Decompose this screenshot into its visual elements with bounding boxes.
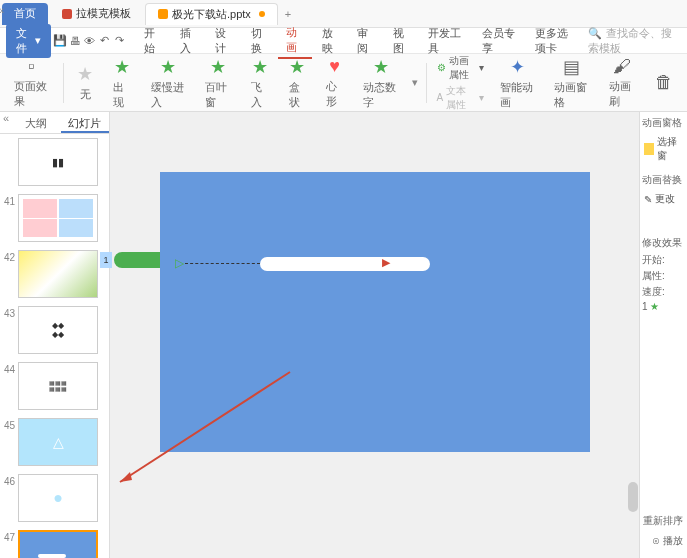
ribbon-label: 无: [80, 87, 91, 102]
panel-tabs: « 大纲 幻灯片: [0, 112, 109, 134]
ribbon-label: 文本属性: [446, 84, 476, 112]
change-button[interactable]: ✎ 更改: [642, 190, 685, 208]
thumb-42[interactable]: 42: [0, 250, 109, 298]
thumb-number: 43: [4, 306, 18, 319]
select-pane-button[interactable]: 选择窗: [642, 133, 685, 165]
vertical-scrollbar[interactable]: [627, 112, 639, 558]
thumb-47[interactable]: 47 ▶ +: [0, 530, 109, 558]
separator: [63, 63, 64, 103]
speed-field[interactable]: 速度:: [642, 285, 685, 299]
anim-heart[interactable]: ♥ 心形: [316, 54, 353, 111]
collapse-ribbon-icon[interactable]: «: [0, 4, 8, 14]
select-icon: [644, 143, 654, 155]
play-button[interactable]: ⊙ 播放: [652, 534, 683, 548]
scroll-thumb[interactable]: [628, 482, 638, 512]
anim-appear[interactable]: ★ 出现: [103, 54, 140, 112]
animation-brush-button[interactable]: 🖌 动画刷: [599, 54, 645, 111]
anim-blinds[interactable]: ★ 百叶窗: [195, 54, 241, 112]
thumbnail-list: ▮▮ 41 42 43 ◆◆◆◆ 44 ▦▦▦▦▦▦: [0, 134, 109, 558]
page-effect-button[interactable]: ▫ 页面效果: [4, 54, 59, 111]
animation-pane-button[interactable]: ▤ 动画窗格: [544, 54, 599, 112]
file-label: 文件: [16, 26, 32, 56]
text-properties-button[interactable]: A 文本属性 ▾: [437, 84, 484, 112]
modified-indicator: [259, 11, 265, 17]
play-icon: ⊙: [652, 535, 660, 546]
reorder-label: 重新排序: [643, 514, 683, 528]
slide[interactable]: ▷ ▶: [160, 172, 590, 452]
smart-animation-button[interactable]: ✦ 智能动画: [490, 54, 545, 112]
ribbon-label: 智能动画: [500, 80, 535, 110]
anim-dynamic-number[interactable]: ★ 动态数字: [353, 54, 408, 112]
button-label: 更改: [655, 192, 675, 206]
search-input[interactable]: 🔍 查找命令、搜索模板: [588, 26, 681, 56]
redo-icon[interactable]: ↷: [113, 33, 126, 49]
ribbon: « ▫ 页面效果 ★ 无 ★ 出现 ★ 缓慢进入 ★ 百叶窗 ★ 飞入 ★ 盒状…: [0, 54, 687, 112]
tab-slides[interactable]: 幻灯片: [61, 112, 110, 133]
motion-path[interactable]: [185, 263, 260, 264]
thumb-number: 47: [4, 530, 18, 543]
anim-list-item[interactable]: 1 ★: [642, 301, 685, 312]
save-icon[interactable]: 💾: [53, 33, 67, 49]
star-icon: ★: [650, 301, 659, 312]
tab-outline[interactable]: 大纲: [12, 112, 61, 133]
file-menu[interactable]: 文件 ▾: [6, 24, 51, 58]
anim-fade[interactable]: ★ 缓慢进入: [141, 54, 196, 112]
thumb-43[interactable]: 43 ◆◆◆◆: [0, 306, 109, 354]
section-label: 修改效果: [642, 236, 685, 250]
anim-flyin[interactable]: ★ 飞入: [241, 54, 278, 112]
thumb-45[interactable]: 45 △: [0, 418, 109, 466]
menu-design[interactable]: 设计: [207, 24, 241, 58]
thumb-46[interactable]: 46 ●: [0, 474, 109, 522]
ribbon-label: 页面效果: [14, 79, 49, 109]
star-icon: ★: [210, 56, 226, 78]
menu-start[interactable]: 开始: [136, 24, 170, 58]
timeline-number: 1: [100, 252, 112, 268]
menu-insert[interactable]: 插入: [172, 24, 206, 58]
anim-box[interactable]: ★ 盒状: [279, 54, 316, 112]
menu-view[interactable]: 视图: [385, 24, 419, 58]
delete-icon: 🗑: [655, 72, 673, 93]
tab-current-file[interactable]: 极光下载站.pptx: [145, 3, 278, 25]
tab-home[interactable]: 首页: [2, 3, 48, 25]
thumb-44[interactable]: 44 ▦▦▦▦▦▦: [0, 362, 109, 410]
menu-slideshow[interactable]: 放映: [314, 24, 348, 58]
menu-more[interactable]: 更多选项卡: [527, 24, 587, 58]
ribbon-label: 动画刷: [609, 79, 635, 109]
star-icon: ★: [373, 56, 389, 78]
collapse-panel-icon[interactable]: «: [0, 112, 12, 133]
star-icon: ★: [160, 56, 176, 78]
thumb-number: 45: [4, 418, 18, 431]
slide-panel: « 大纲 幻灯片 ▮▮ 41 42 43 ◆◆◆◆: [0, 112, 110, 558]
preview-icon[interactable]: 👁: [83, 33, 96, 49]
button-label: 选择窗: [657, 135, 683, 163]
tab-label: 拉模克模板: [76, 6, 131, 21]
start-field[interactable]: 开始:: [642, 253, 685, 267]
print-icon[interactable]: 🖶: [69, 33, 82, 49]
anim-properties-button[interactable]: ⚙ 动画属性 ▾: [437, 54, 484, 82]
chevron-down-icon: ▾: [35, 34, 41, 47]
menu-transition[interactable]: 切换: [243, 24, 277, 58]
star-icon: ★: [252, 56, 268, 78]
undo-icon[interactable]: ↶: [98, 33, 111, 49]
text-icon: A: [437, 92, 444, 103]
property-field[interactable]: 属性:: [642, 269, 685, 283]
rounded-rectangle-shape[interactable]: [260, 257, 430, 271]
thumb-40[interactable]: ▮▮: [0, 138, 109, 186]
delete-anim-button[interactable]: 🗑: [645, 70, 683, 95]
count-label: 1: [642, 301, 648, 312]
star-icon: ★: [289, 56, 305, 78]
anim-none[interactable]: ★ 无: [67, 61, 103, 104]
star-icon: ★: [77, 63, 93, 85]
add-tab-button[interactable]: +: [278, 8, 298, 20]
tab-template[interactable]: 拉模克模板: [50, 3, 143, 25]
menu-bar: 文件 ▾ 💾 🖶 👁 ↶ ↷ 开始 插入 设计 切换 动画 放映 审阅 视图 开…: [0, 28, 687, 54]
menu-review[interactable]: 审阅: [349, 24, 383, 58]
ppt-icon: [158, 9, 168, 19]
thumb-number: [4, 138, 18, 140]
chevron-down-icon[interactable]: ▾: [408, 76, 422, 89]
pane-title: 动画窗格: [642, 116, 685, 130]
tab-label: 极光下载站.pptx: [172, 7, 251, 22]
ribbon-label: 飞入: [251, 80, 268, 110]
thumb-41[interactable]: 41: [0, 194, 109, 242]
canvas[interactable]: 1 ▷ ▶: [110, 112, 639, 558]
